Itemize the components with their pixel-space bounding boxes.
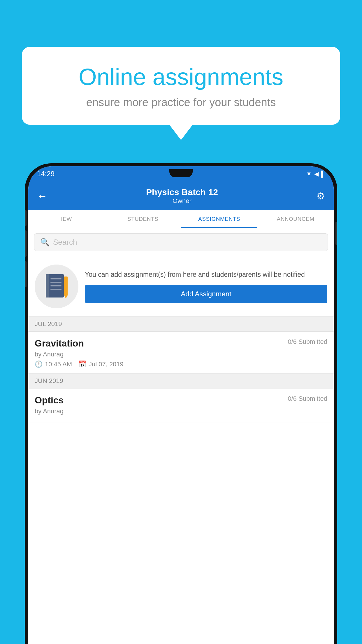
add-assignment-right: You can add assignment(s) from here and … (85, 270, 327, 304)
notebook-lines (50, 278, 61, 290)
header-title: Physics Batch 12 (48, 187, 317, 197)
phone-notch (169, 169, 193, 177)
notebook-line (50, 282, 61, 283)
search-placeholder: Search (53, 238, 77, 247)
volume-down-button (25, 261, 27, 287)
notebook-icon (46, 274, 68, 299)
notebook-body (46, 274, 64, 298)
status-icons: ▼ ◀ ▌ (306, 170, 325, 177)
tab-students[interactable]: STUDENTS (105, 210, 181, 228)
volume-up-button (25, 230, 27, 257)
volume-silent-button (25, 210, 27, 226)
assignment-by: by Anurag (35, 351, 327, 358)
power-button (335, 222, 337, 245)
phone-mockup: 14:29 ▼ ◀ ▌ ← Physics Batch 12 Owner ⚙ I… (25, 163, 337, 644)
tab-iew[interactable]: IEW (28, 210, 105, 228)
settings-button[interactable]: ⚙ (317, 190, 325, 202)
assignment-item-optics[interactable]: Optics 0/6 Submitted by Anurag (28, 388, 334, 423)
assignment-meta: 🕐 10:45 AM 📅 Jul 07, 2019 (35, 360, 327, 368)
time-value: 10:45 AM (45, 360, 72, 368)
notebook-line (50, 285, 61, 286)
clock-icon: 🕐 (35, 360, 43, 368)
battery-icon: ▌ (321, 171, 325, 177)
pencil-icon (64, 276, 68, 295)
assignment-submitted: 0/6 Submitted (288, 338, 327, 346)
month-divider-jun: JUN 2019 (28, 374, 334, 388)
search-container: 🔍 Search (28, 228, 334, 256)
assignment-item-header-optics: Optics 0/6 Submitted (35, 395, 327, 406)
tab-assignments[interactable]: ASSIGNMENTS (181, 210, 257, 228)
add-assignment-button[interactable]: Add Assignment (85, 285, 327, 303)
assignment-submitted-optics: 0/6 Submitted (288, 395, 327, 402)
assignment-icon-circle (35, 265, 78, 308)
date-value: Jul 07, 2019 (89, 360, 124, 368)
signal-icon: ◀ (314, 170, 319, 177)
assignment-name-optics: Optics (35, 395, 64, 406)
tab-announcements[interactable]: ANNOUNCEM (257, 210, 334, 228)
assignment-time: 🕐 10:45 AM (35, 360, 72, 368)
status-time: 14:29 (37, 170, 55, 178)
speech-bubble-subtitle: ensure more practice for your students (42, 96, 320, 109)
assignment-by-optics: by Anurag (35, 407, 327, 415)
assignment-date: 📅 Jul 07, 2019 (78, 360, 124, 368)
header-center: Physics Batch 12 Owner (48, 187, 317, 205)
assignment-item-gravitation[interactable]: Gravitation 0/6 Submitted by Anurag 🕐 10… (28, 332, 334, 374)
notebook-spine (46, 274, 49, 298)
speech-bubble: Online assignments ensure more practice … (22, 47, 340, 125)
notebook-line (50, 289, 61, 290)
phone-screen: 14:29 ▼ ◀ ▌ ← Physics Batch 12 Owner ⚙ I… (28, 166, 334, 644)
speech-bubble-title: Online assignments (42, 64, 320, 90)
speech-bubble-container: Online assignments ensure more practice … (22, 47, 340, 125)
header-subtitle: Owner (48, 197, 317, 205)
search-input-wrapper[interactable]: 🔍 Search (34, 233, 328, 251)
tabs-bar: IEW STUDENTS ASSIGNMENTS ANNOUNCEM (28, 210, 334, 228)
add-assignment-description: You can add assignment(s) from here and … (85, 270, 327, 280)
app-header: ← Physics Batch 12 Owner ⚙ (28, 181, 334, 210)
assignment-name: Gravitation (35, 338, 84, 349)
wifi-icon: ▼ (306, 171, 312, 177)
calendar-icon: 📅 (78, 360, 86, 368)
search-icon: 🔍 (40, 238, 50, 247)
notebook-line (50, 278, 61, 279)
add-assignment-section: You can add assignment(s) from here and … (28, 256, 334, 317)
month-divider-jul: JUL 2019 (28, 317, 334, 332)
back-button[interactable]: ← (37, 190, 48, 202)
assignment-item-header: Gravitation 0/6 Submitted (35, 338, 327, 349)
